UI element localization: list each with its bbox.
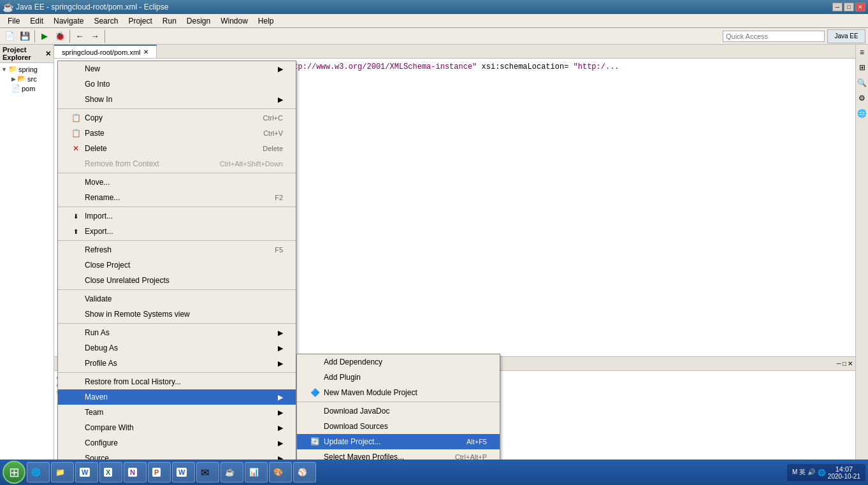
eclipse-icon: ☕ [3, 2, 13, 12]
ctx-compare-with[interactable]: Compare With ▶ [58, 420, 296, 435]
submenu-download-javadoc[interactable]: Download JavaDoc [297, 403, 500, 419]
menu-edit[interactable]: Edit [25, 15, 48, 27]
taskbar-app-powerpoint[interactable]: P [148, 462, 171, 482]
onenote-icon: N [128, 468, 137, 477]
ctx-run-as[interactable]: Run As ▶ [58, 325, 296, 340]
ctx-new[interactable]: New ▶ [58, 61, 296, 76]
maximize-button[interactable]: □ [844, 3, 854, 11]
taskbar-app-ie[interactable]: 🌐 [27, 462, 50, 482]
menu-project[interactable]: Project [123, 15, 157, 27]
ctx-export[interactable]: ⬆Export... [58, 224, 296, 239]
close-project-icon [71, 260, 81, 270]
sidebar-btn-4[interactable]: ⚙ [857, 93, 867, 103]
submenu-update-project[interactable]: 🔄Update Project... Alt+F5 [297, 434, 500, 449]
pe-tree: ▼ 📁 spring ▶ 📂 src 📄 pom [0, 63, 54, 471]
toolbar-separator-2 [69, 30, 70, 43]
taskbar-app-paint[interactable]: 🎨 [269, 462, 292, 482]
taskbar-app-java[interactable]: ☕ [221, 462, 243, 482]
ctx-debug-as[interactable]: Debug As ▶ [58, 340, 296, 356]
menu-run[interactable]: Run [157, 15, 182, 27]
close-icon[interactable]: ✕ [848, 360, 853, 367]
title-bar-controls[interactable]: ─ □ ✕ [832, 3, 865, 11]
ctx-copy[interactable]: 📋Copy Ctrl+C [58, 110, 296, 126]
taskbar-app-word2[interactable]: W [172, 462, 195, 482]
pe-close-icon[interactable]: ✕ [45, 50, 51, 58]
menu-search[interactable]: Search [89, 15, 123, 27]
submenu-download-sources[interactable]: Download Sources [297, 419, 500, 434]
word-icon: W [80, 468, 90, 477]
ctx-team[interactable]: Team ▶ [58, 405, 296, 420]
ctx-close-project[interactable]: Close Project [58, 257, 296, 273]
close-button[interactable]: ✕ [855, 3, 865, 11]
taskbar-app-chart[interactable]: 📊 [245, 462, 268, 482]
editor-tab-pom[interactable]: springcloud-root/pom.xml ✕ [54, 45, 157, 58]
taskbar-app-explorer[interactable]: 📁 [51, 462, 74, 482]
taskbar-app-mail[interactable]: ✉ [196, 462, 219, 482]
start-button[interactable]: ⊞ [3, 461, 25, 484]
ctx-import[interactable]: ⬇Import... [58, 208, 296, 224]
ctx-paste[interactable]: 📋Paste Ctrl+V [58, 126, 296, 141]
submenu-add-dep[interactable]: Add Dependency [297, 354, 500, 370]
forward-button[interactable]: → [88, 29, 102, 43]
menu-window[interactable]: Window [215, 15, 253, 27]
ctx-sep-5 [58, 289, 296, 290]
ctx-sep-3 [58, 206, 296, 207]
tab-close-icon[interactable]: ✕ [143, 48, 148, 55]
ctx-remove-context[interactable]: Remove from Context Ctrl+Alt+Shift+Down [58, 156, 296, 171]
sidebar-btn-3[interactable]: 🔍 [857, 78, 867, 88]
ctx-move[interactable]: Move... [58, 175, 296, 190]
ctx-show-in[interactable]: Show In ▶ [58, 92, 296, 107]
taskbar-app-excel[interactable]: X [99, 462, 122, 482]
submenu-new-maven-module[interactable]: 🔷New Maven Module Project [297, 385, 500, 400]
save-button[interactable]: 💾 [18, 29, 32, 43]
toolbar-separator-1 [34, 30, 35, 43]
minimize-button[interactable]: ─ [832, 3, 843, 11]
ctx-refresh[interactable]: Refresh F5 [58, 242, 296, 257]
compare-icon [71, 423, 81, 433]
tree-item-src[interactable]: ▶ 📂 src [1, 74, 52, 83]
menu-help[interactable]: Help [253, 15, 279, 27]
taskbar-app-word[interactable]: W [75, 462, 98, 482]
collapse-icon[interactable]: ─ [837, 360, 841, 367]
ctx-close-unrelated[interactable]: Close Unrelated Projects [58, 273, 296, 288]
back-button[interactable]: ← [73, 29, 87, 43]
taskbar-app-onenote[interactable]: N [124, 462, 147, 482]
close-unrelated-icon [71, 275, 81, 286]
debug-button[interactable]: 🐞 [53, 29, 67, 43]
tree-item-spring[interactable]: ▼ 📁 spring [1, 64, 52, 74]
ctx-validate[interactable]: Validate [58, 291, 296, 307]
tab-label: springcloud-root/pom.xml [62, 48, 141, 56]
debug-as-icon [71, 343, 81, 353]
menu-file[interactable]: File [3, 15, 25, 27]
restore-icon [71, 377, 81, 387]
sidebar-btn-1[interactable]: ≡ [857, 47, 867, 57]
pom-icon: 📄 [11, 84, 20, 92]
import-icon: ⬇ [71, 211, 81, 221]
src-icon: 📂 [17, 75, 26, 83]
run-button[interactable]: ▶ [38, 29, 52, 43]
project-explorer: Project Explorer ✕ ▼ 📁 spring ▶ 📂 src 📄 … [0, 45, 54, 471]
sidebar-btn-5[interactable]: 🌐 [857, 108, 867, 119]
run-as-icon [71, 328, 81, 338]
ctx-sep-2 [58, 173, 296, 173]
menu-navigate[interactable]: Navigate [48, 15, 89, 27]
submenu-add-plugin[interactable]: Add Plugin [297, 370, 500, 385]
new-button[interactable]: 📄 [3, 29, 17, 43]
ctx-delete[interactable]: ✕Delete Delete [58, 141, 296, 156]
ctx-rename[interactable]: Rename... F2 [58, 190, 296, 205]
maximize-icon[interactable]: □ [843, 360, 846, 367]
ctx-show-remote[interactable]: Show in Remote Systems view [58, 307, 296, 322]
ctx-restore-local[interactable]: Restore from Local History... [58, 374, 296, 389]
right-sidebar: ≡ ⊞ 🔍 ⚙ 🌐 [855, 45, 868, 471]
taskbar-app-sport[interactable]: ⚾ [293, 462, 316, 482]
ctx-configure[interactable]: Configure ▶ [58, 435, 296, 451]
pe-header: Project Explorer ✕ [0, 45, 54, 63]
perspective-button[interactable]: Java EE [827, 29, 865, 43]
ctx-maven[interactable]: Maven ▶ [58, 389, 296, 405]
menu-design[interactable]: Design [182, 15, 215, 27]
sidebar-btn-2[interactable]: ⊞ [857, 62, 867, 73]
ctx-profile-as[interactable]: Profile As ▶ [58, 356, 296, 371]
ctx-go-into[interactable]: Go Into [58, 76, 296, 92]
tree-item-pom[interactable]: 📄 pom [1, 83, 52, 93]
quick-access-input[interactable] [723, 31, 825, 42]
